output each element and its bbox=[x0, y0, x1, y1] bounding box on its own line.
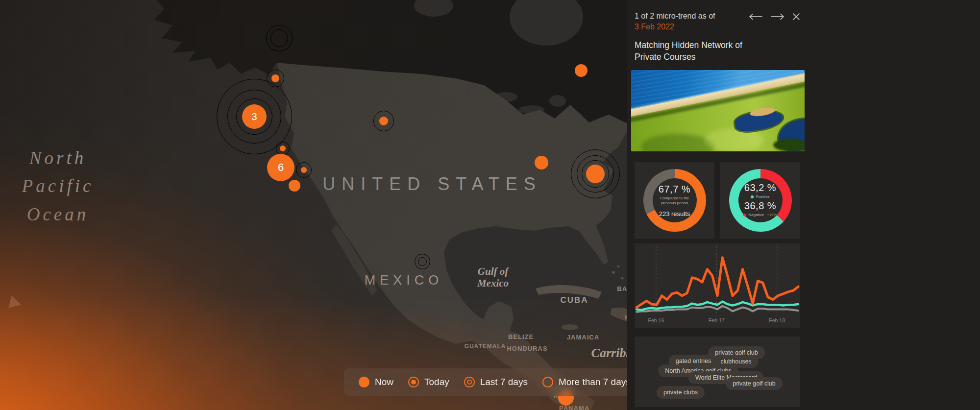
legend-more7-icon bbox=[542, 377, 553, 387]
svg-text:Feb 16: Feb 16 bbox=[648, 317, 664, 323]
trend-counter-text: 1 of 2 micro-trend as of bbox=[635, 12, 715, 20]
keyword-pill[interactable]: private clubs bbox=[657, 386, 705, 399]
app-window: NorthPacificOceanUNITED STATESMEXICOGulf… bbox=[0, 0, 980, 410]
marker-dot bbox=[379, 117, 388, 125]
trend-detail-panel: 1 of 2 micro-trend as of 3 Feb 2022 Matc… bbox=[627, 0, 980, 410]
legend-item-today[interactable]: Today bbox=[408, 377, 449, 387]
legend-label: Today bbox=[424, 377, 449, 387]
marker-dot bbox=[535, 156, 548, 169]
svg-text:Feb 18: Feb 18 bbox=[769, 317, 785, 323]
trend-title: Matching Hidden Network of Private Cours… bbox=[635, 40, 768, 63]
sentiment-donut-chart: 63,2 % Positive 36,8 % Negative +19% bbox=[729, 169, 792, 232]
trend-line-chart: Feb 16Feb 17Feb 18 bbox=[635, 243, 800, 328]
negative-dot-icon bbox=[743, 214, 746, 217]
negative-percent: 36,8 % bbox=[744, 200, 776, 212]
legend-now-icon bbox=[359, 377, 369, 387]
panel-header: 1 of 2 micro-trend as of 3 Feb 2022 bbox=[635, 11, 800, 32]
trend-photo-golf-course bbox=[631, 70, 805, 151]
close-icon[interactable] bbox=[792, 13, 800, 21]
photo-highlight bbox=[705, 128, 763, 151]
positive-dot-icon bbox=[751, 195, 754, 198]
map-legend: NowTodayLast 7 daysMore than 7 days ago bbox=[344, 368, 648, 396]
keyword-cloud: private golf clubgated entriesclubhouses… bbox=[635, 337, 800, 407]
negative-label: Negative bbox=[748, 213, 764, 217]
svg-text:Feb 17: Feb 17 bbox=[709, 317, 725, 323]
marker-ring bbox=[415, 254, 430, 269]
prev-arrow-icon[interactable] bbox=[748, 13, 763, 21]
results-donut-chart: 67,7 % Compared to the previous period 2… bbox=[643, 169, 706, 232]
legend-label: Now bbox=[375, 377, 393, 387]
negative-delta: +19% bbox=[767, 213, 777, 217]
card-sentiment-donut: 63,2 % Positive 36,8 % Negative +19% bbox=[720, 162, 800, 239]
positive-percent: 63,2 % bbox=[744, 182, 776, 193]
trend-date: 3 Feb 2022 bbox=[635, 23, 674, 31]
marker-dot: 3 bbox=[242, 104, 267, 129]
legend-item-now[interactable]: Now bbox=[359, 377, 393, 387]
next-arrow-icon[interactable] bbox=[770, 13, 785, 21]
results-count: 223 results bbox=[659, 210, 690, 217]
marker-dot bbox=[301, 167, 307, 173]
legend-item-last7[interactable]: Last 7 days bbox=[464, 377, 528, 387]
marker-dot bbox=[586, 165, 605, 183]
keyword-pill[interactable]: private golf club bbox=[726, 377, 783, 390]
legend-label: Last 7 days bbox=[480, 377, 528, 387]
marker-dot bbox=[289, 180, 300, 192]
legend-today-icon bbox=[408, 377, 419, 387]
positive-legend: Positive bbox=[751, 194, 769, 199]
negative-legend: Negative +19% bbox=[743, 213, 777, 217]
marker-dot bbox=[575, 64, 588, 77]
marker-ring bbox=[266, 25, 293, 51]
marker-dot: 6 bbox=[267, 154, 294, 181]
trend-counter: 1 of 2 micro-trend as of 3 Feb 2022 bbox=[635, 11, 733, 32]
legend-last7-icon bbox=[464, 377, 475, 387]
positive-label: Positive bbox=[756, 194, 769, 199]
marker-dot bbox=[280, 145, 286, 151]
card-results-donut: 67,7 % Compared to the previous period 2… bbox=[635, 162, 714, 239]
marker-dot bbox=[271, 74, 279, 82]
results-caption: Compared to the previous period bbox=[657, 196, 692, 206]
results-percent: 67,7 % bbox=[659, 184, 690, 195]
